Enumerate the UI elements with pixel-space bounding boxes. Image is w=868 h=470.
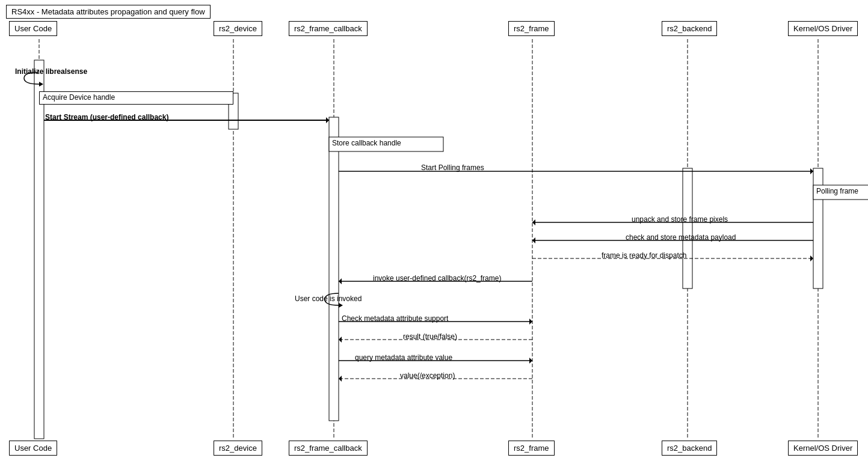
svg-rect-8	[329, 117, 339, 421]
actor-rs2-frame-bottom: rs2_frame	[508, 441, 555, 456]
svg-marker-34	[529, 358, 532, 364]
msg-start-polling: Start Polling frames	[421, 163, 484, 172]
diagram-arrows	[0, 0, 868, 470]
msg-invoke-callback: invoke user-defined callback(rs2_frame)	[373, 274, 501, 282]
svg-rect-6	[34, 60, 44, 439]
actor-rs2-frame-callback-bottom: rs2_frame_callback	[289, 441, 368, 456]
actor-rs2-device-bottom: rs2_device	[214, 441, 262, 456]
actor-rs2-device-top: rs2_device	[214, 21, 262, 36]
svg-marker-36	[339, 376, 342, 382]
svg-marker-13	[39, 82, 43, 87]
msg-start-stream: Start Stream (user-defined callback)	[45, 113, 168, 121]
svg-marker-30	[529, 319, 532, 325]
diagram-title: RS4xx - Metadata attributes propagation …	[6, 5, 211, 19]
msg-polling-frame: Polling frame	[816, 187, 858, 195]
svg-marker-25	[810, 255, 813, 261]
msg-store-callback: Store callback handle	[332, 139, 401, 147]
svg-marker-27	[339, 278, 342, 284]
actor-rs2-frame-callback-top: rs2_frame_callback	[289, 21, 368, 36]
msg-query-metadata: query metadata attribute value	[355, 353, 452, 362]
svg-marker-32	[339, 337, 342, 343]
svg-rect-9	[683, 168, 692, 288]
msg-value-exception: value(/exception)	[400, 371, 455, 380]
actor-rs2-backend-top: rs2_backend	[662, 21, 717, 36]
svg-marker-23	[532, 237, 535, 243]
sequence-diagram: RS4xx - Metadata attributes propagation …	[0, 0, 868, 470]
msg-frame-ready: frame is ready for dispatch	[602, 251, 686, 260]
actor-kernel-driver-bottom: Kernel/OS Driver	[788, 441, 858, 456]
svg-marker-17	[326, 117, 329, 123]
svg-rect-10	[813, 168, 823, 288]
msg-check-metadata-support: Check metadata attribute support	[342, 314, 448, 323]
svg-marker-21	[532, 219, 535, 225]
msg-init: Initialize librealsense	[15, 67, 87, 76]
svg-marker-19	[810, 168, 813, 174]
actor-rs2-frame-top: rs2_frame	[508, 21, 555, 36]
actor-user-code-bottom: User Code	[9, 441, 57, 456]
actor-user-code-top: User Code	[9, 21, 57, 36]
actor-rs2-backend-bottom: rs2_backend	[662, 441, 717, 456]
msg-unpack-store: unpack and store frame pixels	[632, 215, 728, 224]
msg-check-metadata: check and store metadata payload	[626, 233, 736, 242]
msg-result: result (true/false)	[403, 332, 457, 341]
svg-marker-28	[339, 303, 343, 308]
msg-acquire-label: Acquire Device handle	[43, 93, 115, 102]
actor-kernel-driver-top: Kernel/OS Driver	[788, 21, 858, 36]
acquire-device-box: Acquire Device handle	[39, 91, 233, 105]
msg-user-code-invoked: User code is invoked	[295, 295, 362, 303]
